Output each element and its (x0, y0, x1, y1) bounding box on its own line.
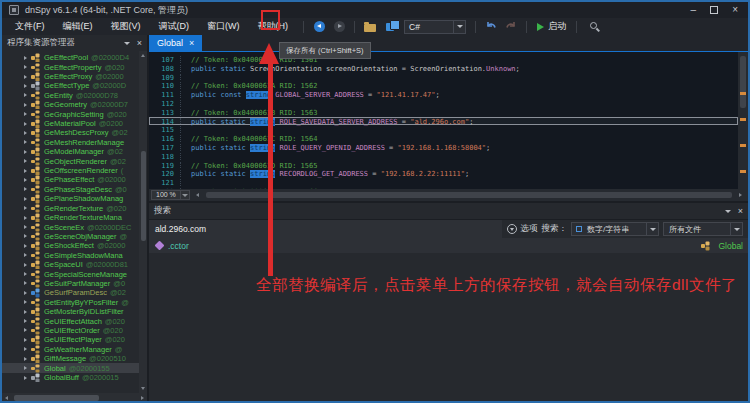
tab-global[interactable]: Global × (149, 35, 202, 51)
tree-vertical-scrollbar[interactable] (139, 51, 147, 393)
code-line-114[interactable]: 114public static string ROLE_SAVEDATA_SE… (149, 117, 738, 126)
expand-arrow-icon[interactable] (24, 347, 27, 351)
expand-arrow-icon[interactable] (24, 216, 27, 220)
expand-arrow-icon[interactable] (24, 112, 27, 116)
code-line-118[interactable]: 118 (149, 152, 738, 161)
code-line-119[interactable]: 119// Token: 0x0400061D RID: 1565 (149, 161, 738, 170)
code-line-112[interactable]: 112 (149, 99, 738, 108)
expand-arrow-icon[interactable] (24, 103, 27, 107)
tree-item-GeSpaceUI[interactable]: GeSpaceUI@02000D81 (2, 260, 147, 269)
scroll-right-icon[interactable] (141, 396, 144, 400)
save-all-button[interactable] (381, 19, 399, 35)
expand-arrow-icon[interactable] (24, 225, 27, 229)
tree-item-GeMeshRenderManage[interactable]: GeMeshRenderManage (2, 138, 147, 147)
menu-item-1[interactable]: 编辑(E) (54, 18, 102, 35)
open-file-button[interactable] (361, 19, 379, 35)
code-line-113[interactable]: 113// Token: 0x0400061B RID: 1563 (149, 108, 738, 117)
code-line-111[interactable]: 111public const string GLOBAL_SERVER_ADD… (149, 90, 738, 99)
code-line-120[interactable]: 120public static string RECORDLOG_GET_AD… (149, 169, 738, 178)
zoom-select[interactable]: 100 % (151, 190, 190, 200)
tree-item-GeEntity[interactable]: GeEntity@02000D78 (2, 91, 147, 100)
expand-arrow-icon[interactable] (24, 122, 27, 126)
expand-arrow-icon[interactable] (24, 187, 27, 191)
expand-arrow-icon[interactable] (24, 93, 27, 97)
tree-item-GeGraphicSetting[interactable]: GeGraphicSetting@020 (2, 109, 147, 118)
zoom-dropdown-arrow[interactable] (181, 190, 190, 200)
expand-arrow-icon[interactable] (24, 263, 27, 267)
tree-item-GeUIEffectPlayer[interactable]: GeUIEffectPlayer@020 (2, 335, 147, 344)
expand-arrow-icon[interactable] (24, 328, 27, 332)
expand-arrow-icon[interactable] (24, 206, 27, 210)
tree-item-GlobalBuff[interactable]: GlobalBuff@0200015 (2, 373, 147, 382)
tree-item-GetMosterByIDListFilter[interactable]: GetMosterByIDListFilter (2, 307, 147, 316)
expand-arrow-icon[interactable] (24, 159, 27, 163)
search-assemblies-button[interactable] (583, 19, 601, 35)
menu-item-0[interactable]: 文件(F) (6, 18, 54, 35)
code-line-115[interactable]: 115 (149, 125, 738, 134)
expand-arrow-icon[interactable] (24, 140, 27, 144)
language-select[interactable]: C# (404, 20, 466, 34)
navigate-back-button[interactable] (310, 19, 328, 35)
expand-arrow-icon[interactable] (24, 84, 27, 88)
dropdown-arrow[interactable] (646, 223, 658, 235)
file-filter-select[interactable]: 所有文件 (663, 222, 743, 236)
menu-item-2[interactable]: 视图(V) (102, 18, 150, 35)
panel-menu-icon[interactable] (124, 42, 130, 45)
code-editor[interactable]: 107// Token: 0x04000619 RID: 1561108publ… (149, 52, 748, 189)
expand-arrow-icon[interactable] (24, 272, 27, 276)
tree-item-GeSuitPartManager[interactable]: GeSuitPartManager@0 (2, 279, 147, 288)
tree-item-GeEffectPool[interactable]: GeEffectPool@02000D4 (2, 53, 147, 62)
redo-button[interactable] (502, 19, 520, 35)
tree-item-GeSpecialSceneManage[interactable]: GeSpecialSceneManage (2, 269, 147, 278)
tree-item-GeUIEffectAttach[interactable]: GeUIEffectAttach@020 (2, 316, 147, 325)
expand-arrow-icon[interactable] (24, 150, 27, 154)
tree-item-GeEffectProxy[interactable]: GeEffectProxy@02000 (2, 72, 147, 81)
scrollbar-thumb[interactable] (14, 395, 99, 401)
close-button[interactable]: × (732, 5, 738, 15)
tree-item-GeEffectType[interactable]: GeEffectType@02000D (2, 81, 147, 90)
panel-menu-icon[interactable] (725, 210, 731, 213)
expand-arrow-icon[interactable] (24, 376, 27, 380)
tree-item-GeRenderTexture[interactable]: GeRenderTexture@020 (2, 204, 147, 213)
scroll-left-icon[interactable] (196, 193, 199, 197)
tree-item-GeObjectRenderer[interactable]: GeObjectRenderer@02 (2, 156, 147, 165)
expand-arrow-icon[interactable] (24, 169, 27, 173)
tree-item-GiftMessage[interactable]: GiftMessage@0200510 (2, 354, 147, 363)
tree-item-GeGeometry[interactable]: GeGeometry@02000D7 (2, 100, 147, 109)
tree-item-GetEntityByYPosFilter[interactable]: GetEntityByYPosFilter@ (2, 298, 147, 307)
tree-item-GePhaseStageDesc[interactable]: GePhaseStageDesc@0 (2, 185, 147, 194)
code-horizontal-scrollbar[interactable] (192, 190, 746, 200)
code-line-107[interactable]: 107// Token: 0x04000619 RID: 1561 (149, 55, 738, 64)
expand-arrow-icon[interactable] (24, 197, 27, 201)
dropdown-arrow[interactable] (730, 223, 742, 235)
tree-item-GeUIEffectOrder[interactable]: GeUIEffectOrder@020 (2, 326, 147, 335)
expand-arrow-icon[interactable] (24, 338, 27, 342)
panel-close-icon[interactable]: × (738, 206, 743, 216)
language-dropdown-arrow[interactable] (453, 21, 465, 33)
tree-item-GeSceneEx[interactable]: GeSceneEx@02000DEC (2, 222, 147, 231)
tree-horizontal-scrollbar[interactable] (2, 393, 147, 403)
minimize-button[interactable]: – (691, 5, 697, 15)
code-vertical-scrollbar[interactable] (738, 52, 748, 189)
navigate-forward-button[interactable] (330, 19, 348, 35)
expand-arrow-icon[interactable] (24, 281, 27, 285)
expand-arrow-icon[interactable] (24, 253, 27, 257)
scroll-left-icon[interactable] (5, 396, 8, 400)
expand-arrow-icon[interactable] (24, 319, 27, 323)
scrollbar-thumb[interactable] (141, 151, 146, 241)
tab-close-icon[interactable]: × (189, 38, 194, 48)
scroll-down-icon[interactable] (141, 387, 145, 390)
expand-arrow-icon[interactable] (24, 300, 27, 304)
tree-item-GeSurfParamDesc[interactable]: GeSurfParamDesc@02 (2, 288, 147, 297)
search-result-row[interactable]: .cctor Global (149, 238, 748, 253)
expand-arrow-icon[interactable] (24, 291, 27, 295)
code-line-121[interactable]: 121 (149, 178, 738, 187)
code-line-108[interactable]: 108public static ScreenOrientation scree… (149, 64, 738, 73)
expand-arrow-icon[interactable] (24, 75, 27, 79)
code-line-110[interactable]: 110// Token: 0x0400061A RID: 1562 (149, 81, 738, 90)
expand-arrow-icon[interactable] (24, 310, 27, 314)
tree-item-GeMeshDescProxy[interactable]: GeMeshDescProxy@02 (2, 128, 147, 137)
code-line-117[interactable]: 117public static string ROLE_QUERY_OPENI… (149, 143, 738, 152)
expand-arrow-icon[interactable] (24, 244, 27, 248)
scrollbar-thumb[interactable] (206, 192, 732, 198)
